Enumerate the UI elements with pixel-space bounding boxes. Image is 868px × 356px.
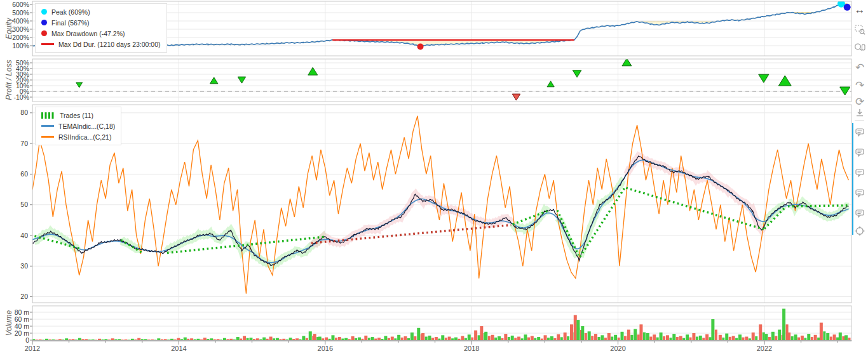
trade-pl-marker	[76, 82, 83, 88]
volume-bar	[749, 338, 751, 340]
volume-bar	[649, 337, 652, 341]
volume-bar	[262, 338, 266, 340]
wheel-zoom-tool-icon[interactable]	[853, 41, 867, 56]
svg-text:0: 0	[25, 336, 29, 344]
volume-bar	[45, 339, 48, 340]
volume-bar	[514, 338, 517, 340]
volume-bar	[848, 338, 851, 340]
volume-bar	[441, 335, 444, 340]
volume-bar	[537, 337, 540, 340]
svg-text:2018: 2018	[464, 345, 479, 352]
volume-bar	[511, 336, 514, 340]
volume-bar	[377, 338, 381, 340]
volume-bar	[738, 334, 742, 340]
volume-bar	[364, 336, 367, 340]
volume-bar	[570, 324, 573, 340]
volume-bar	[448, 337, 451, 341]
volume-bar	[144, 339, 147, 340]
volume-bar	[618, 338, 620, 340]
volume-bar	[560, 337, 563, 340]
volume-bar	[722, 338, 724, 340]
volume-bar	[401, 338, 403, 340]
volume-bar	[131, 339, 134, 340]
box-zoom-tool-icon[interactable]	[853, 22, 867, 37]
volume-bar	[521, 338, 524, 340]
volume-bar	[600, 335, 604, 340]
volume-bar	[124, 340, 127, 340]
volume-bar	[384, 336, 387, 340]
legend-line-icon	[41, 125, 54, 127]
undo-tool-icon[interactable]: ↶	[853, 60, 867, 75]
hover-tool-3-icon[interactable]	[853, 165, 867, 180]
volume-bar	[197, 339, 200, 340]
legend-label: Max Dd Dur. (1210 days 23:00:00)	[58, 41, 161, 48]
legend-item: Final (567%)	[41, 17, 161, 28]
trade-shade	[764, 205, 785, 227]
toolbar-divider	[855, 120, 864, 121]
volume-bar	[494, 338, 497, 340]
volume-bar	[725, 334, 728, 340]
volume-bar	[358, 338, 361, 340]
volume-bar	[266, 339, 269, 340]
volume-bar	[574, 315, 577, 340]
volume-bar	[121, 340, 124, 340]
volume-bar	[830, 337, 832, 341]
volume-bar	[679, 336, 682, 340]
svg-text:60: 60	[20, 170, 28, 178]
volume-bar	[468, 334, 471, 340]
volume-bar	[313, 334, 316, 340]
volume-bar	[147, 340, 150, 340]
chart-canvas[interactable]: 600%500%400%300%200%100%50%40%30%20%10%0…	[0, 0, 868, 356]
hover-tool-1-icon[interactable]	[853, 124, 867, 140]
legend-item: Trades (11)	[41, 110, 115, 121]
volume-bar	[745, 337, 748, 341]
volume-bar	[200, 340, 203, 340]
hover-tool-2-icon[interactable]	[853, 145, 867, 160]
volume-bar	[309, 331, 312, 340]
volume-bar	[404, 336, 407, 340]
svg-text:200%: 200%	[12, 34, 29, 41]
main-legend: Trades (11)TEMAIndic...(C,18)RSIIndica..…	[35, 107, 121, 145]
volume-bar	[269, 337, 273, 341]
volume-bar	[823, 331, 825, 340]
volume-bar	[797, 338, 800, 340]
volume-bar	[78, 338, 81, 340]
svg-text:2022: 2022	[757, 345, 772, 352]
volume-bar	[763, 333, 765, 340]
redo-tool-icon[interactable]: ↷	[853, 77, 867, 93]
volume-bar	[273, 338, 275, 340]
volume-bar	[581, 326, 584, 340]
svg-text:50: 50	[20, 201, 28, 208]
volume-bar	[154, 340, 156, 340]
volume-bar	[711, 319, 714, 340]
y-axis: 80706050403020	[20, 109, 32, 300]
crosshair-tool-icon[interactable]	[853, 223, 867, 239]
volume-bar	[194, 340, 196, 340]
volume-bar	[686, 334, 689, 340]
volume-bar	[374, 339, 377, 340]
volume-bar	[351, 336, 355, 340]
volume-bar	[614, 335, 617, 340]
volume-bar	[778, 330, 781, 341]
svg-text:2016: 2016	[318, 345, 333, 352]
legend-item: Max Drawdown (-47.2%)	[41, 28, 161, 39]
pan-tool-icon[interactable]: ↔	[853, 3, 867, 18]
volume-bar	[672, 334, 675, 340]
volume-bar	[465, 338, 467, 340]
volume-bar	[643, 333, 646, 340]
volume-bar	[286, 340, 288, 340]
svg-text:20: 20	[20, 293, 28, 300]
volume-bar	[279, 339, 281, 340]
trade-pl-marker	[547, 81, 554, 87]
volume-bar	[421, 333, 424, 340]
volume-bar	[184, 338, 187, 340]
volume-bar	[128, 340, 130, 340]
save-tool-icon[interactable]	[853, 105, 867, 121]
legend-label: RSIIndica...(C,21)	[58, 133, 111, 141]
volume-bar	[243, 336, 246, 340]
volume-bar	[458, 339, 461, 340]
volume-bar	[807, 334, 810, 340]
hover-tool-5-icon[interactable]	[853, 206, 867, 221]
hover-tool-4-icon[interactable]	[853, 185, 867, 201]
volume-axis-title: Volume	[4, 291, 13, 355]
